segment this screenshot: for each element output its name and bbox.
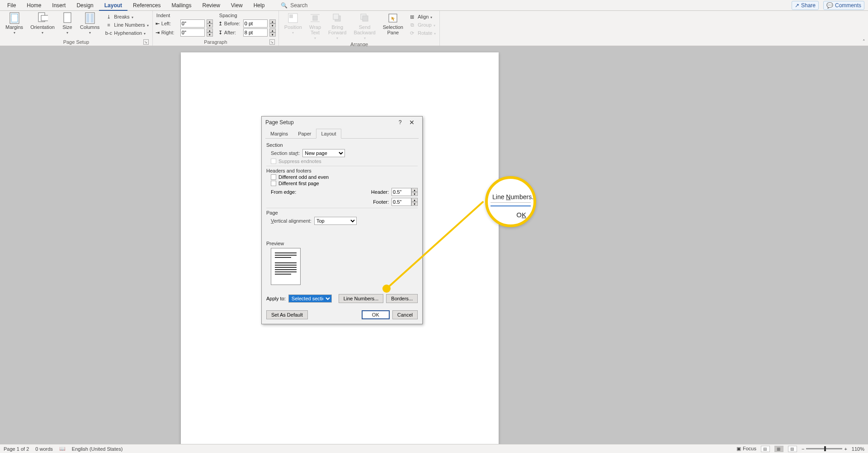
tab-file[interactable]: File [2, 0, 21, 11]
group-arrange: Position Wrap Text Bring Forward Send Ba… [279, 11, 440, 46]
callout-magnifier: Line Numbers... OK [485, 176, 536, 227]
spacing-before-input[interactable] [243, 19, 268, 28]
paragraph-dialog-launcher[interactable]: ↘ [269, 39, 275, 45]
document-canvas: Page Setup ? ✕ Margins Paper Layout Sect… [0, 46, 868, 444]
spacing-after-up[interactable]: ▲ [269, 28, 276, 33]
dialog-titlebar[interactable]: Page Setup ? ✕ [262, 117, 422, 128]
collapse-ribbon-button[interactable]: ˄ [863, 39, 865, 45]
breaks-icon: ⤓ [105, 13, 112, 20]
dialog-tab-layout[interactable]: Layout [316, 129, 341, 139]
section-start-select[interactable]: New page [302, 149, 345, 157]
hyphenation-button[interactable]: b-cHyphenation [104, 29, 149, 37]
footer-down[interactable]: ▼ [411, 202, 418, 206]
zoom-track[interactable] [806, 448, 842, 449]
header-distance-input[interactable] [392, 188, 411, 196]
status-words[interactable]: 0 words [35, 446, 53, 452]
indent-left-up[interactable]: ▲ [207, 19, 213, 23]
valign-label: Vertical alignment: [271, 218, 311, 224]
status-language[interactable]: English (United States) [72, 446, 123, 452]
spacing-before-up[interactable]: ▲ [269, 19, 276, 23]
section-start-label: Section start: [271, 150, 300, 156]
zoom-level[interactable]: 110% [852, 446, 864, 452]
web-layout-button[interactable]: ▧ [788, 446, 797, 452]
footer-distance-input[interactable] [392, 198, 411, 206]
orientation-button[interactable]: Orientation [28, 12, 57, 36]
margins-button[interactable]: Margins [3, 12, 26, 36]
status-spellcheck[interactable]: 📖 [59, 446, 66, 452]
header-up[interactable]: ▲ [411, 188, 418, 192]
ok-button[interactable]: OK [362, 310, 390, 319]
spacing-before-down[interactable]: ▼ [269, 23, 276, 28]
dialog-tab-paper[interactable]: Paper [293, 129, 316, 139]
group-icon: ⧉ [409, 21, 416, 28]
status-bar: Page 1 of 2 0 words 📖 English (United St… [0, 444, 868, 453]
indent-right-down[interactable]: ▼ [207, 33, 213, 37]
dialog-tab-margins[interactable]: Margins [265, 129, 293, 139]
tell-me-search[interactable]: 🔍 Search [275, 0, 313, 11]
tab-design[interactable]: Design [71, 0, 99, 11]
footer-up[interactable]: ▲ [411, 198, 418, 202]
suppress-endnotes-checkbox [271, 159, 276, 164]
borders-dialog-button[interactable]: Borders... [386, 294, 418, 303]
diff-first-page-row[interactable]: Different first page [271, 181, 418, 186]
tab-insert[interactable]: Insert [47, 0, 71, 11]
header-down[interactable]: ▼ [411, 192, 418, 196]
indent-left-input[interactable] [180, 19, 205, 28]
dialog-close-button[interactable]: ✕ [405, 119, 419, 126]
comments-button[interactable]: 💬Comments [823, 1, 864, 10]
align-button[interactable]: ⊞Align [408, 13, 437, 21]
spacing-after-down[interactable]: ▼ [269, 33, 276, 37]
zoom-in-button[interactable]: + [844, 446, 847, 452]
share-button[interactable]: ↗Share [792, 1, 819, 10]
zoom-out-button[interactable]: − [802, 446, 804, 452]
margins-label: Margins [5, 24, 23, 30]
dialog-help-button[interactable]: ? [395, 119, 405, 126]
indent-right-up[interactable]: ▲ [207, 28, 213, 33]
focus-label: Focus [743, 446, 756, 452]
indent-right-input[interactable] [180, 28, 205, 37]
page-setup-dialog-launcher[interactable]: ↘ [143, 39, 149, 45]
group-label: Group [418, 22, 432, 28]
columns-button[interactable]: Columns [77, 12, 102, 36]
indent-left-icon: ⇤ [156, 21, 160, 27]
spacing-after-input[interactable] [243, 28, 268, 37]
line-numbers-button[interactable]: ≡Line Numbers [104, 21, 149, 29]
bring-forward-label: Bring Forward [328, 24, 346, 35]
svg-rect-6 [86, 14, 90, 23]
wrap-text-icon [310, 13, 321, 23]
tab-view[interactable]: View [226, 0, 248, 11]
tab-review[interactable]: Review [197, 0, 225, 11]
line-numbers-icon: ≡ [105, 21, 112, 28]
tab-help[interactable]: Help [248, 0, 270, 11]
tab-layout[interactable]: Layout [99, 0, 127, 11]
cancel-button[interactable]: Cancel [392, 310, 418, 319]
tab-references[interactable]: References [127, 0, 166, 11]
suppress-endnotes-label: Suppress endnotes [278, 159, 321, 164]
breaks-button[interactable]: ⤓Breaks [104, 13, 149, 21]
tab-home[interactable]: Home [21, 0, 47, 11]
suppress-endnotes-checkbox-row: Suppress endnotes [271, 159, 418, 164]
diff-odd-even-row[interactable]: Different odd and even [271, 174, 418, 180]
diff-odd-even-checkbox[interactable] [271, 174, 276, 180]
tab-mailings[interactable]: Mailings [166, 0, 197, 11]
zoom-thumb[interactable] [824, 446, 826, 451]
print-layout-button[interactable]: ▦ [774, 446, 783, 452]
diff-first-page-checkbox[interactable] [271, 181, 276, 186]
rotate-button: ⟳Rotate [408, 29, 437, 37]
paragraph-group-label: Paragraph [204, 39, 227, 45]
valign-select[interactable]: Top [314, 217, 357, 225]
selection-pane-button[interactable]: Selection Pane [380, 12, 406, 36]
apply-to-select[interactable]: Selected sections [288, 294, 332, 303]
status-page[interactable]: Page 1 of 2 [4, 446, 29, 452]
indent-left-down[interactable]: ▼ [207, 23, 213, 28]
line-numbers-dialog-button[interactable]: Line Numbers... [339, 294, 384, 303]
group-page-setup: Margins Orientation Size Columns ⤓Breaks… [0, 11, 153, 46]
set-as-default-button[interactable]: Set As Default [266, 310, 308, 319]
page-setup-dialog: Page Setup ? ✕ Margins Paper Layout Sect… [261, 116, 423, 324]
size-button[interactable]: Size [59, 12, 75, 36]
comments-label: Comments [835, 2, 861, 9]
focus-mode-button[interactable]: ▣Focus [736, 446, 756, 452]
zoom-slider[interactable]: − + [802, 446, 847, 452]
read-mode-button[interactable]: ▤ [761, 446, 770, 452]
page-setup-group-label: Page Setup [63, 39, 90, 45]
